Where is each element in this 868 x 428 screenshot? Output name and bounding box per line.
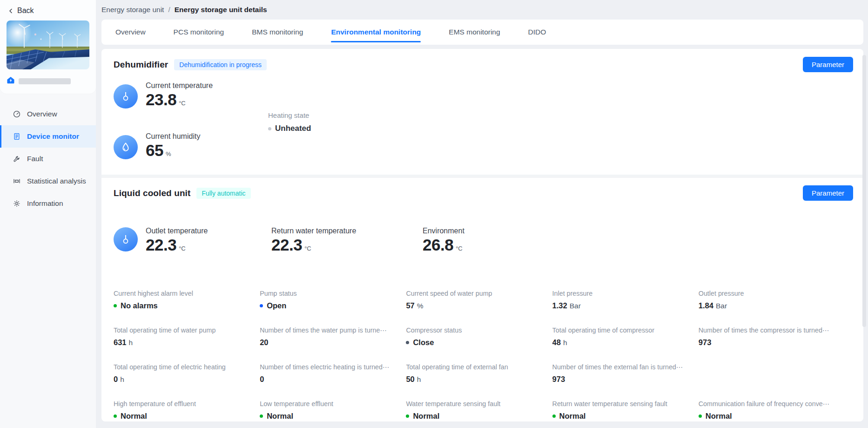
stat-label: Inlet pressure: [552, 290, 692, 297]
stat-unit: h: [129, 339, 133, 347]
tab-bar: OverviewPCS monitoringBMS monitoringEnvi…: [101, 20, 863, 45]
stat-cell: Communication failure of frequency conve…: [699, 400, 845, 421]
status-dot: [268, 127, 271, 130]
sidebar-item-device-monitor[interactable]: Device monitor: [0, 125, 96, 148]
stat-label: Number of times the external fan is turn…: [552, 363, 692, 371]
stat-label: Compressor status: [406, 326, 545, 334]
stat-label: Outlet pressure: [699, 290, 838, 297]
status-dot: [406, 341, 409, 344]
sidebar-item-fault[interactable]: Fault: [0, 148, 96, 170]
stat-cell: Low temperature effluentNormal: [260, 400, 406, 421]
station-name-redacted: [19, 78, 71, 84]
dashboard-icon: [13, 110, 21, 118]
environmental-monitoring-panel: Dehumidifier Dehumidification in progres…: [101, 49, 863, 421]
tab-ems-monitoring[interactable]: EMS monitoring: [449, 20, 500, 45]
tab-dido[interactable]: DIDO: [528, 20, 546, 45]
stat-value: Open: [260, 301, 399, 310]
heating-state-value: Unheated: [268, 124, 311, 133]
stat-label: Current highest alarm level: [114, 290, 253, 297]
dehumidifier-parameter-button[interactable]: Parameter: [803, 57, 853, 72]
stat-cell: Inlet pressure1.32Bar: [552, 290, 699, 310]
sidebar-item-overview[interactable]: Overview: [0, 103, 96, 125]
device-monitor-icon: [13, 132, 21, 141]
stat-cell: Total operating time of electric heating…: [114, 363, 260, 384]
sidebar-item-label: Information: [27, 199, 63, 208]
heating-state-label: Heating state: [268, 111, 311, 119]
status-dot: [260, 414, 263, 418]
scrollbar-thumb[interactable]: [862, 55, 866, 327]
stat-value: No alarms: [114, 301, 253, 310]
stat-label: Total operating time of compressor: [552, 326, 692, 334]
status-dot: [406, 414, 409, 418]
breadcrumb-parent[interactable]: Energy storage unit: [101, 6, 164, 14]
stat-unit: h: [563, 339, 567, 347]
stat-cell: Total operating time of water pump631h: [114, 326, 260, 347]
stat-value: 1.32Bar: [552, 301, 692, 310]
breadcrumb-current: Energy storage unit details: [175, 6, 267, 14]
current-temperature-metric: Current temperature 23.8°C: [114, 82, 213, 109]
stat-cell: Total operating time of external fan50h: [406, 363, 552, 384]
back-label: Back: [17, 7, 34, 15]
stat-label: Number of times electric heating is turn…: [260, 363, 399, 371]
stat-value: Normal: [699, 412, 838, 421]
droplet-icon: [114, 135, 138, 159]
metric-value: 65%: [146, 142, 200, 159]
tab-overview[interactable]: Overview: [115, 20, 146, 45]
liquid-cooled-mode-badge: Fully automatic: [196, 188, 250, 199]
bar-chart-icon: [13, 177, 21, 185]
sidebar-item-information[interactable]: Information: [0, 192, 96, 215]
liquid-cooled-title: Liquid cooled unit: [114, 188, 190, 198]
liquid-cooled-parameter-button[interactable]: Parameter: [803, 185, 853, 201]
stat-cell: Number of times the compressor is turned…: [699, 326, 845, 347]
stat-label: Current speed of water pump: [406, 290, 545, 297]
stat-value: 48h: [552, 338, 692, 347]
station-row: [7, 76, 89, 86]
stat-cell: Number of times the water pump is turne⋯…: [260, 326, 406, 347]
stat-cell: Number of times electric heating is turn…: [260, 363, 406, 384]
stat-cell: Current highest alarm levelNo alarms: [114, 290, 260, 310]
stat-label: Low temperature effluent: [260, 400, 399, 408]
environment-temperature-metric: Environment 26.8°C: [423, 224, 464, 254]
sidebar-item-statistical-analysis[interactable]: Statistical analysis: [0, 170, 96, 192]
stat-value: 1.84Bar: [699, 301, 838, 310]
stat-label: Return water temperature sensing fault: [552, 400, 692, 408]
status-dot: [552, 414, 556, 418]
tab-environmental-monitoring[interactable]: Environmental monitoring: [331, 20, 421, 45]
stat-label: Number of times the water pump is turne⋯: [260, 326, 399, 334]
metric-label: Current temperature: [146, 82, 213, 90]
house-energy-icon: [7, 76, 15, 86]
stat-label: Pump status: [260, 290, 399, 297]
return-water-temperature-metric: Return water temperature 22.3°C: [271, 224, 423, 254]
station-photo: [7, 20, 89, 69]
stat-value: 57%: [406, 301, 545, 310]
breadcrumb-separator: /: [168, 6, 170, 14]
dehumidifier-title: Dehumidifier: [114, 60, 168, 70]
metric-value: 26.8°C: [423, 237, 464, 254]
sidebar-item-label: Device monitor: [27, 132, 79, 141]
stat-label: Total operating time of water pump: [114, 326, 253, 334]
stat-cell: Return water temperature sensing faultNo…: [552, 400, 699, 421]
stat-unit: h: [120, 375, 124, 384]
stat-value: Normal: [552, 412, 692, 421]
metric-unit: %: [166, 150, 171, 157]
stat-value: 973: [552, 375, 692, 384]
stat-cell: Compressor statusClose: [406, 326, 552, 347]
stat-value: Normal: [260, 412, 399, 421]
status-dot: [699, 414, 702, 418]
tab-pcs-monitoring[interactable]: PCS monitoring: [174, 20, 224, 45]
stat-cell: Outlet pressure1.84Bar: [699, 290, 845, 310]
stat-value: 973: [699, 338, 838, 347]
stat-value: 631h: [114, 338, 253, 347]
stat-label: Number of times the compressor is turned…: [699, 326, 838, 334]
back-button[interactable]: Back: [7, 7, 89, 15]
wrench-icon: [13, 155, 21, 163]
gear-icon: [13, 199, 21, 208]
sidebar-menu: OverviewDevice monitorFaultStatistical a…: [0, 103, 96, 215]
metric-value: 22.3°C: [146, 237, 208, 254]
stat-cell: High temperature of effluentNormal: [114, 400, 260, 421]
stat-cell: Current speed of water pump57%: [406, 290, 552, 310]
chevron-left-icon: [7, 7, 14, 14]
stat-cell: Number of times the external fan is turn…: [552, 363, 699, 384]
stat-label: Total operating time of electric heating: [114, 363, 253, 371]
tab-bms-monitoring[interactable]: BMS monitoring: [252, 20, 303, 45]
